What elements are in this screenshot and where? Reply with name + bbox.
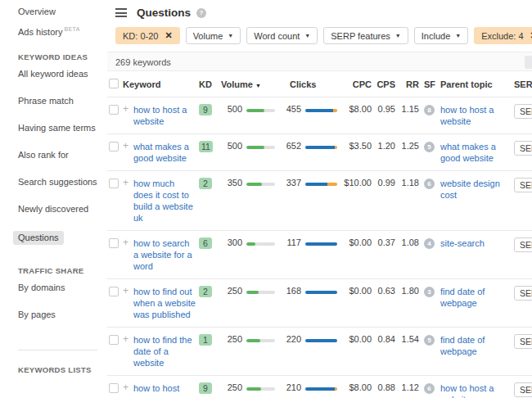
filter-chip-kd-0-20[interactable]: KD: 0-20✕ (115, 27, 180, 44)
parent-topic-link[interactable]: how to host a website (440, 382, 511, 398)
select-all-checkbox[interactable] (109, 79, 119, 88)
add-to-list-icon[interactable]: + (123, 286, 128, 296)
sidebar-item-questions[interactable]: Questions (13, 231, 64, 245)
clicks-bar (305, 242, 337, 246)
remove-filter-icon[interactable]: ✕ (165, 30, 172, 41)
sidebar-item-newly-discovered[interactable]: Newly discovered (18, 204, 107, 215)
table-row: + how to find the date of a website 1 25… (107, 328, 532, 376)
column-header-clicks[interactable]: Clicks (277, 71, 339, 97)
parent-topic-link[interactable]: how to host a website (440, 104, 511, 127)
row-checkbox[interactable] (109, 142, 119, 152)
serp-dropdown-button[interactable]: SERP ▼ (514, 286, 532, 301)
kd-badge: 2 (199, 178, 212, 189)
column-header-volume[interactable]: Volume ▼ (219, 71, 277, 97)
volume-bar (246, 183, 275, 186)
add-to-list-icon[interactable]: + (123, 141, 128, 151)
row-checkbox[interactable] (109, 105, 119, 115)
parent-topic-link[interactable]: find date of webpage (440, 334, 511, 357)
parent-topic-link[interactable]: what makes a good website (440, 141, 511, 164)
row-checkbox[interactable] (109, 238, 119, 248)
keyword-link[interactable]: how to search a website for a word (133, 237, 196, 272)
column-header-rr[interactable]: RR (397, 71, 421, 97)
kd-badge: 9 (199, 104, 212, 115)
sidebar-item-also-rank-for[interactable]: Also rank for (18, 150, 107, 161)
cps-value: 0.37 (373, 231, 397, 279)
parent-topic-link[interactable]: site-search (440, 237, 485, 249)
help-icon[interactable]: ? (196, 8, 206, 18)
clicks-bar (305, 387, 337, 391)
menu-icon[interactable] (115, 8, 127, 17)
sidebar-section-title: TRAFFIC SHARE (18, 266, 107, 275)
filter-chip-volume[interactable]: Volume▼ (186, 27, 241, 44)
serp-features-badge[interactable]: 6 (424, 179, 435, 189)
add-to-list-icon[interactable]: + (123, 382, 128, 392)
cpc-value: $0.00 (339, 328, 373, 376)
serp-dropdown-button[interactable]: SERP ▼ (514, 141, 532, 156)
cps-value: 0.99 (373, 171, 397, 231)
column-header-cps[interactable]: CPS (373, 71, 397, 97)
row-checkbox[interactable] (109, 179, 119, 188)
add-to-list-icon[interactable]: + (123, 334, 128, 344)
serp-dropdown-button[interactable]: SERP ▼ (514, 178, 532, 192)
serp-features-badge[interactable]: 5 (424, 335, 435, 346)
keyword-link[interactable]: how to host your own website (133, 382, 196, 398)
rr-value: 1.18 (397, 171, 421, 231)
filter-chip-word-count[interactable]: Word count▼ (246, 27, 318, 44)
serp-dropdown-button[interactable]: SERP ▼ (514, 104, 532, 119)
sidebar-item-overview[interactable]: Overview (18, 7, 107, 17)
sidebar-item-ads-history[interactable]: Ads historyBETA (18, 24, 107, 38)
filter-chip-exclude-4[interactable]: Exclude: 4✕ (474, 27, 532, 44)
sidebar-item-by-domains[interactable]: By domains (18, 283, 107, 293)
row-checkbox[interactable] (109, 287, 119, 296)
keyword-link[interactable]: how to find out when a website was publi… (133, 286, 196, 320)
row-checkbox[interactable] (109, 335, 119, 345)
sidebar-item-by-pages[interactable]: By pages (18, 310, 107, 320)
serp-dropdown-button[interactable]: SERP ▼ (514, 237, 532, 252)
table-row: + how to search a website for a word 6 3… (107, 231, 532, 279)
filter-chip-include[interactable]: Include▼ (414, 27, 468, 44)
column-header-keyword[interactable]: Keyword (121, 71, 197, 97)
column-header-kd[interactable]: KD (197, 71, 219, 97)
sidebar-section-title: KEYWORDS LISTS (18, 365, 107, 374)
keyword-link[interactable]: how to find the date of a website (133, 334, 196, 369)
serp-features-badge[interactable]: 5 (424, 142, 435, 152)
keyword-link[interactable]: what makes a good website (133, 141, 196, 164)
table-header-row: Keyword KD Volume ▼ Clicks CPC CPS RR SF… (107, 71, 532, 97)
add-to-list-icon[interactable]: + (123, 104, 128, 114)
rr-value: 1.15 (397, 97, 421, 134)
side-panel-handle[interactable] (525, 56, 532, 69)
serp-features-badge[interactable]: 3 (424, 287, 435, 297)
keyword-link[interactable]: how to host a website (133, 104, 196, 127)
sidebar-item-phrase-match[interactable]: Phrase match (18, 96, 107, 106)
parent-topic-link[interactable]: find date of webpage (440, 286, 511, 309)
column-header-serp[interactable]: SERP (512, 71, 532, 97)
column-header-sf[interactable]: SF (421, 71, 439, 97)
kd-badge: 6 (199, 237, 212, 249)
column-header-parent-topic[interactable]: Parent topic (439, 71, 512, 97)
serp-features-badge[interactable]: 4 (424, 238, 435, 249)
parent-topic-link[interactable]: website design cost (440, 178, 511, 201)
filter-chip-serp-features[interactable]: SERP features▼ (323, 27, 408, 44)
serp-dropdown-button[interactable]: SERP ▼ (514, 334, 532, 349)
cps-value: 0.95 (373, 97, 397, 134)
clicks-value: 168 (278, 286, 301, 296)
main-content: Questions ? KD: 0-20✕Volume▼Word count▼S… (107, 0, 532, 398)
serp-features-badge[interactable]: 6 (424, 383, 435, 394)
row-checkbox[interactable] (109, 383, 119, 393)
keyword-link[interactable]: how much does it cost to build a website… (133, 178, 196, 224)
add-to-list-icon[interactable]: + (123, 237, 128, 247)
serp-dropdown-button[interactable]: SERP ▼ (514, 382, 532, 397)
cpc-value: $10.00 (339, 171, 373, 231)
cpc-value: $8.00 (339, 97, 373, 134)
column-header-cpc[interactable]: CPC (339, 71, 373, 97)
sidebar-item-all-keyword-ideas[interactable]: All keyword ideas (18, 69, 107, 79)
sidebar-item-having-same-terms[interactable]: Having same terms (18, 123, 107, 133)
sidebar-item-search-suggestions[interactable]: Search suggestions (18, 177, 107, 188)
add-to-list-icon[interactable]: + (123, 178, 128, 188)
serp-features-badge[interactable]: 8 (424, 105, 435, 115)
beta-badge: BETA (64, 26, 79, 32)
filter-chip-label: Volume (193, 31, 223, 41)
results-count-bar: 269 keywords (107, 52, 532, 71)
clicks-value: 337 (278, 178, 301, 188)
volume-value: 250 (221, 334, 242, 344)
